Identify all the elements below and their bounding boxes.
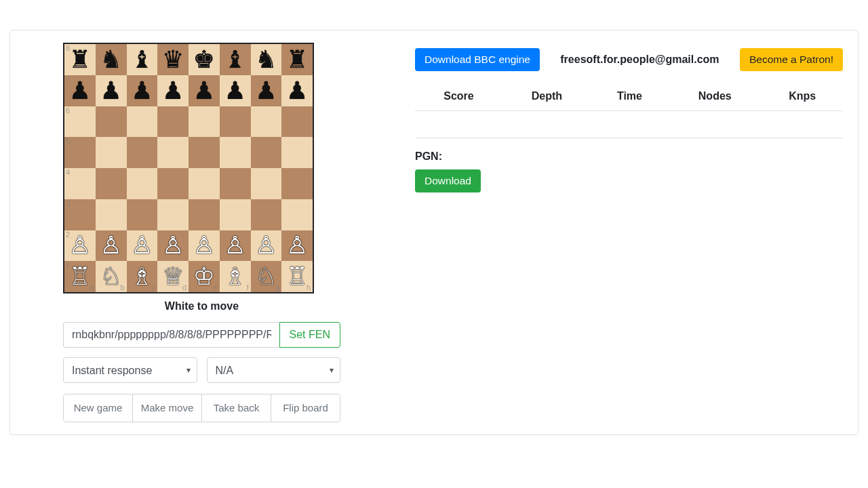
square-a4[interactable]: 4 — [64, 168, 96, 199]
square-h5[interactable] — [281, 137, 313, 168]
square-g7[interactable]: ♟ — [251, 75, 282, 106]
piece-B[interactable]: ♗ — [224, 264, 245, 289]
square-c3[interactable] — [127, 199, 158, 230]
piece-R[interactable]: ♖ — [286, 264, 308, 289]
square-b3[interactable] — [96, 199, 127, 230]
square-c4[interactable] — [127, 168, 158, 199]
piece-P[interactable]: ♙ — [255, 233, 277, 258]
square-f8[interactable]: ♝ — [220, 44, 251, 75]
piece-r[interactable]: ♜ — [286, 47, 308, 72]
square-a8[interactable]: 8♜ — [64, 44, 96, 75]
square-g8[interactable]: ♞ — [251, 44, 282, 75]
square-g2[interactable]: ♙ — [251, 230, 282, 262]
piece-p[interactable]: ♟ — [162, 79, 184, 103]
piece-p[interactable]: ♟ — [193, 79, 215, 103]
square-d4[interactable] — [157, 168, 189, 199]
piece-P[interactable]: ♙ — [100, 233, 121, 258]
square-a6[interactable]: 6 — [64, 106, 96, 138]
piece-Q[interactable]: ♕ — [162, 264, 184, 289]
square-e3[interactable] — [189, 199, 220, 230]
square-b1[interactable]: b♘ — [96, 261, 127, 292]
piece-p[interactable]: ♟ — [224, 79, 245, 103]
make-move-button[interactable]: Make move — [133, 394, 202, 422]
square-g6[interactable] — [251, 106, 282, 138]
square-c5[interactable] — [127, 137, 158, 168]
square-f7[interactable]: ♟ — [220, 75, 251, 106]
square-f4[interactable] — [220, 168, 251, 199]
square-h4[interactable] — [281, 168, 313, 199]
square-h1[interactable]: h♖ — [281, 261, 313, 292]
piece-p[interactable]: ♟ — [69, 79, 91, 103]
become-patron-button[interactable]: Become a Patron! — [740, 48, 843, 71]
fen-input[interactable] — [63, 322, 279, 348]
piece-p[interactable]: ♟ — [100, 79, 121, 103]
square-c2[interactable]: ♙ — [127, 230, 158, 262]
piece-q[interactable]: ♛ — [162, 47, 184, 72]
square-e4[interactable] — [189, 168, 220, 199]
piece-B[interactable]: ♗ — [131, 264, 153, 289]
square-h2[interactable]: ♙ — [281, 230, 313, 262]
square-a7[interactable]: 7♟ — [64, 75, 96, 106]
download-pgn-button[interactable]: Download — [415, 169, 481, 192]
square-b6[interactable] — [96, 106, 127, 138]
piece-P[interactable]: ♙ — [69, 233, 91, 258]
square-d5[interactable] — [157, 137, 189, 168]
square-h8[interactable]: ♜ — [281, 44, 313, 75]
square-f2[interactable]: ♙ — [220, 230, 251, 262]
square-h7[interactable]: ♟ — [281, 75, 313, 106]
piece-N[interactable]: ♘ — [100, 264, 121, 289]
square-e6[interactable] — [189, 106, 220, 138]
square-f1[interactable]: f♗ — [220, 261, 251, 292]
piece-b[interactable]: ♝ — [131, 47, 153, 72]
square-g4[interactable] — [251, 168, 282, 199]
piece-P[interactable]: ♙ — [286, 233, 308, 258]
square-e2[interactable]: ♙ — [189, 230, 220, 262]
square-c7[interactable]: ♟ — [127, 75, 158, 106]
piece-p[interactable]: ♟ — [131, 79, 153, 103]
square-a1[interactable]: 1a♖ — [64, 261, 96, 292]
square-c8[interactable]: ♝ — [127, 44, 158, 75]
square-f3[interactable] — [220, 199, 251, 230]
square-c6[interactable] — [127, 106, 158, 138]
new-game-button[interactable]: New game — [64, 394, 133, 422]
square-f6[interactable] — [220, 106, 251, 138]
square-h3[interactable] — [281, 199, 313, 230]
square-e5[interactable] — [189, 137, 220, 168]
square-d6[interactable] — [157, 106, 189, 138]
square-b7[interactable]: ♟ — [96, 75, 127, 106]
flip-board-button[interactable]: Flip board — [271, 394, 340, 422]
square-g5[interactable] — [251, 137, 282, 168]
piece-N[interactable]: ♘ — [255, 264, 277, 289]
piece-P[interactable]: ♙ — [193, 233, 215, 258]
square-e7[interactable]: ♟ — [189, 75, 220, 106]
download-engine-button[interactable]: Download BBC engine — [415, 48, 540, 71]
piece-n[interactable]: ♞ — [255, 47, 277, 72]
piece-k[interactable]: ♚ — [193, 47, 215, 72]
square-d3[interactable] — [157, 199, 189, 230]
square-e1[interactable]: e♔ — [189, 261, 220, 292]
square-e8[interactable]: ♚ — [189, 44, 220, 75]
take-back-button[interactable]: Take back — [202, 394, 271, 422]
square-c1[interactable]: c♗ — [127, 261, 158, 292]
depth-select[interactable]: N/A — [207, 357, 341, 383]
piece-p[interactable]: ♟ — [255, 79, 277, 103]
chess-board[interactable]: 8♜♞♝♛♚♝♞♜7♟♟♟♟♟♟♟♟65432♙♙♙♙♙♙♙♙1a♖b♘c♗d♕… — [63, 43, 314, 293]
piece-R[interactable]: ♖ — [69, 264, 91, 289]
square-g1[interactable]: g♘ — [251, 261, 282, 292]
square-a3[interactable]: 3 — [64, 199, 96, 230]
square-d8[interactable]: ♛ — [157, 44, 189, 75]
set-fen-button[interactable]: Set FEN — [279, 322, 340, 348]
piece-n[interactable]: ♞ — [100, 47, 121, 72]
square-f5[interactable] — [220, 137, 251, 168]
piece-P[interactable]: ♙ — [131, 233, 153, 258]
square-d7[interactable]: ♟ — [157, 75, 189, 106]
square-b4[interactable] — [96, 168, 127, 199]
piece-b[interactable]: ♝ — [224, 47, 245, 72]
square-a5[interactable]: 5 — [64, 137, 96, 168]
square-h6[interactable] — [281, 106, 313, 138]
square-g3[interactable] — [251, 199, 282, 230]
square-b8[interactable]: ♞ — [96, 44, 127, 75]
piece-r[interactable]: ♜ — [69, 47, 91, 72]
square-b2[interactable]: ♙ — [96, 230, 127, 262]
piece-P[interactable]: ♙ — [224, 233, 245, 258]
